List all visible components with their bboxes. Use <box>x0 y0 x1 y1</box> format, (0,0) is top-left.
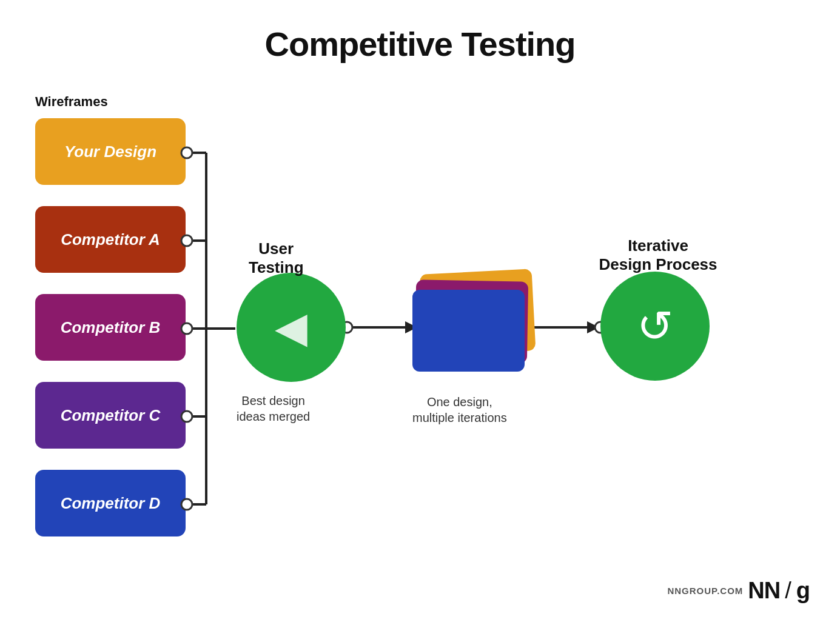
iterative-design-circle: ↺ <box>600 272 710 381</box>
wireframes-label: Wireframes <box>35 94 108 110</box>
iterative-design-label: Iterative Design Process <box>597 236 719 274</box>
card-blue <box>412 290 525 372</box>
best-design-label: Best design ideas merged <box>237 393 310 424</box>
competitor-d-label: Competitor D <box>61 494 161 513</box>
nngroup-logo: NNGROUP.COM NN / g <box>667 578 810 604</box>
logo-big-text: NN <box>748 578 780 604</box>
logo-slash: / <box>785 578 791 604</box>
competitor-b-label: Competitor B <box>61 318 161 337</box>
logo-small-text: NNGROUP.COM <box>667 586 743 596</box>
competitor-c-box: Competitor C <box>35 382 186 449</box>
cursor-icon: ◀ <box>275 306 307 349</box>
one-design-label: One design, multiple iterations <box>412 394 507 426</box>
competitor-a-label: Competitor A <box>61 230 160 249</box>
competitor-a-box: Competitor A <box>35 206 186 273</box>
refresh-icon: ↺ <box>637 301 673 352</box>
your-design-box: Your Design <box>35 118 186 185</box>
svg-marker-11 <box>587 321 599 333</box>
user-testing-circle: ◀ <box>237 273 346 382</box>
user-testing-label: User Testing <box>249 239 304 277</box>
stacked-cards <box>412 272 534 384</box>
page-title: Competitive Testing <box>0 0 840 64</box>
your-design-label: Your Design <box>64 142 156 161</box>
competitor-d-box: Competitor D <box>35 470 186 536</box>
competitor-b-box: Competitor B <box>35 294 186 361</box>
logo-g: g <box>796 578 810 604</box>
competitor-c-label: Competitor C <box>61 406 161 425</box>
